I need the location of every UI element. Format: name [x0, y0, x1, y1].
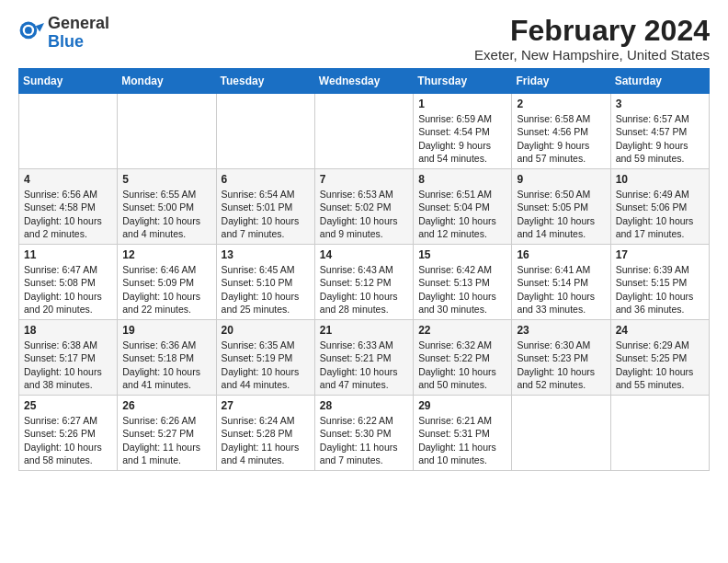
table-row — [216, 94, 314, 169]
table-row: 16Sunrise: 6:41 AM Sunset: 5:14 PM Dayli… — [512, 245, 610, 320]
location: Exeter, New Hampshire, United States — [474, 47, 710, 63]
table-row: 18Sunrise: 6:38 AM Sunset: 5:17 PM Dayli… — [19, 320, 118, 396]
day-number: 5 — [122, 173, 210, 186]
table-row: 10Sunrise: 6:49 AM Sunset: 5:06 PM Dayli… — [610, 169, 709, 245]
day-info: Sunrise: 6:29 AM Sunset: 5:25 PM Dayligh… — [616, 339, 704, 391]
day-number: 23 — [517, 324, 605, 337]
table-row: 2Sunrise: 6:58 AM Sunset: 4:56 PM Daylig… — [512, 94, 610, 169]
day-info: Sunrise: 6:22 AM Sunset: 5:30 PM Dayligh… — [320, 414, 408, 466]
day-info: Sunrise: 6:57 AM Sunset: 4:57 PM Dayligh… — [616, 112, 704, 165]
day-info: Sunrise: 6:41 AM Sunset: 5:14 PM Dayligh… — [517, 263, 605, 316]
col-tuesday: Tuesday — [216, 69, 314, 94]
day-number: 7 — [320, 173, 408, 186]
day-info: Sunrise: 6:36 AM Sunset: 5:18 PM Dayligh… — [122, 339, 210, 391]
day-number: 12 — [122, 248, 210, 261]
calendar-week-row: 1Sunrise: 6:59 AM Sunset: 4:54 PM Daylig… — [19, 94, 710, 169]
day-info: Sunrise: 6:32 AM Sunset: 5:22 PM Dayligh… — [418, 339, 506, 391]
day-info: Sunrise: 6:35 AM Sunset: 5:19 PM Dayligh… — [222, 339, 310, 391]
table-row: 21Sunrise: 6:33 AM Sunset: 5:21 PM Dayli… — [314, 320, 413, 396]
table-row: 1Sunrise: 6:59 AM Sunset: 4:54 PM Daylig… — [414, 94, 512, 169]
table-row: 7Sunrise: 6:53 AM Sunset: 5:02 PM Daylig… — [314, 169, 413, 245]
day-number: 17 — [616, 248, 704, 261]
table-row: 11Sunrise: 6:47 AM Sunset: 5:08 PM Dayli… — [19, 245, 118, 320]
day-number: 8 — [418, 173, 506, 186]
day-info: Sunrise: 6:45 AM Sunset: 5:10 PM Dayligh… — [222, 263, 310, 316]
table-row: 5Sunrise: 6:55 AM Sunset: 5:00 PM Daylig… — [118, 169, 216, 245]
day-number: 14 — [320, 248, 408, 261]
table-row: 26Sunrise: 6:26 AM Sunset: 5:27 PM Dayli… — [118, 396, 216, 471]
day-info: Sunrise: 6:49 AM Sunset: 5:06 PM Dayligh… — [616, 188, 704, 240]
day-number: 2 — [517, 98, 605, 110]
day-info: Sunrise: 6:58 AM Sunset: 4:56 PM Dayligh… — [517, 112, 605, 165]
col-sunday: Sunday — [19, 69, 118, 94]
day-number: 29 — [418, 399, 506, 412]
day-info: Sunrise: 6:50 AM Sunset: 5:05 PM Dayligh… — [517, 188, 605, 240]
day-info: Sunrise: 6:42 AM Sunset: 5:13 PM Dayligh… — [418, 263, 506, 316]
col-wednesday: Wednesday — [314, 69, 413, 94]
table-row: 9Sunrise: 6:50 AM Sunset: 5:05 PM Daylig… — [512, 169, 610, 245]
day-number: 28 — [320, 399, 408, 412]
table-row: 12Sunrise: 6:46 AM Sunset: 5:09 PM Dayli… — [118, 245, 216, 320]
calendar-header-row: Sunday Monday Tuesday Wednesday Thursday… — [19, 69, 710, 94]
calendar-week-row: 18Sunrise: 6:38 AM Sunset: 5:17 PM Dayli… — [19, 320, 710, 396]
day-info: Sunrise: 6:24 AM Sunset: 5:28 PM Dayligh… — [222, 414, 310, 466]
table-row: 25Sunrise: 6:27 AM Sunset: 5:26 PM Dayli… — [19, 396, 118, 471]
table-row: 20Sunrise: 6:35 AM Sunset: 5:19 PM Dayli… — [216, 320, 314, 396]
day-info: Sunrise: 6:47 AM Sunset: 5:08 PM Dayligh… — [24, 263, 112, 316]
table-row — [19, 94, 118, 169]
col-thursday: Thursday — [414, 69, 512, 94]
table-row: 17Sunrise: 6:39 AM Sunset: 5:15 PM Dayli… — [610, 245, 709, 320]
day-number: 18 — [24, 324, 112, 337]
table-row: 3Sunrise: 6:57 AM Sunset: 4:57 PM Daylig… — [610, 94, 709, 169]
table-row: 15Sunrise: 6:42 AM Sunset: 5:13 PM Dayli… — [414, 245, 512, 320]
day-number: 25 — [24, 399, 112, 412]
day-number: 3 — [616, 98, 704, 110]
day-info: Sunrise: 6:59 AM Sunset: 4:54 PM Dayligh… — [418, 112, 506, 165]
day-number: 1 — [418, 98, 506, 110]
month-title: February 2024 — [474, 15, 710, 47]
day-info: Sunrise: 6:51 AM Sunset: 5:04 PM Dayligh… — [418, 188, 506, 240]
table-row: 4Sunrise: 6:56 AM Sunset: 4:58 PM Daylig… — [19, 169, 118, 245]
day-number: 10 — [616, 173, 704, 186]
day-number: 15 — [418, 248, 506, 261]
logo-icon — [18, 20, 44, 46]
day-number: 4 — [24, 173, 112, 186]
day-info: Sunrise: 6:43 AM Sunset: 5:12 PM Dayligh… — [320, 263, 408, 316]
col-monday: Monday — [118, 69, 216, 94]
day-number: 9 — [517, 173, 605, 186]
day-info: Sunrise: 6:54 AM Sunset: 5:01 PM Dayligh… — [222, 188, 310, 240]
day-number: 22 — [418, 324, 506, 337]
table-row: 29Sunrise: 6:21 AM Sunset: 5:31 PM Dayli… — [414, 396, 512, 471]
day-info: Sunrise: 6:30 AM Sunset: 5:23 PM Dayligh… — [517, 339, 605, 391]
day-info: Sunrise: 6:39 AM Sunset: 5:15 PM Dayligh… — [616, 263, 704, 316]
logo: General Blue — [18, 15, 109, 52]
table-row: 19Sunrise: 6:36 AM Sunset: 5:18 PM Dayli… — [118, 320, 216, 396]
table-row: 23Sunrise: 6:30 AM Sunset: 5:23 PM Dayli… — [512, 320, 610, 396]
header: General Blue February 2024 Exeter, New H… — [18, 15, 710, 63]
col-saturday: Saturday — [610, 69, 709, 94]
table-row: 8Sunrise: 6:51 AM Sunset: 5:04 PM Daylig… — [414, 169, 512, 245]
day-info: Sunrise: 6:27 AM Sunset: 5:26 PM Dayligh… — [24, 414, 112, 466]
table-row — [118, 94, 216, 169]
calendar-week-row: 25Sunrise: 6:27 AM Sunset: 5:26 PM Dayli… — [19, 396, 710, 471]
day-number: 6 — [222, 173, 310, 186]
day-number: 26 — [122, 399, 210, 412]
day-number: 24 — [616, 324, 704, 337]
day-number: 13 — [222, 248, 310, 261]
table-row: 13Sunrise: 6:45 AM Sunset: 5:10 PM Dayli… — [216, 245, 314, 320]
day-info: Sunrise: 6:55 AM Sunset: 5:00 PM Dayligh… — [122, 188, 210, 240]
col-friday: Friday — [512, 69, 610, 94]
calendar-week-row: 11Sunrise: 6:47 AM Sunset: 5:08 PM Dayli… — [19, 245, 710, 320]
table-row: 24Sunrise: 6:29 AM Sunset: 5:25 PM Dayli… — [610, 320, 709, 396]
logo-general: General — [48, 14, 109, 32]
table-row: 28Sunrise: 6:22 AM Sunset: 5:30 PM Dayli… — [314, 396, 413, 471]
day-info: Sunrise: 6:21 AM Sunset: 5:31 PM Dayligh… — [418, 414, 506, 466]
svg-point-2 — [25, 27, 32, 34]
day-number: 19 — [122, 324, 210, 337]
table-row: 27Sunrise: 6:24 AM Sunset: 5:28 PM Dayli… — [216, 396, 314, 471]
day-info: Sunrise: 6:46 AM Sunset: 5:09 PM Dayligh… — [122, 263, 210, 316]
calendar: Sunday Monday Tuesday Wednesday Thursday… — [18, 68, 710, 471]
logo-text: General Blue — [48, 15, 109, 52]
page: General Blue February 2024 Exeter, New H… — [0, 0, 728, 563]
day-number: 21 — [320, 324, 408, 337]
